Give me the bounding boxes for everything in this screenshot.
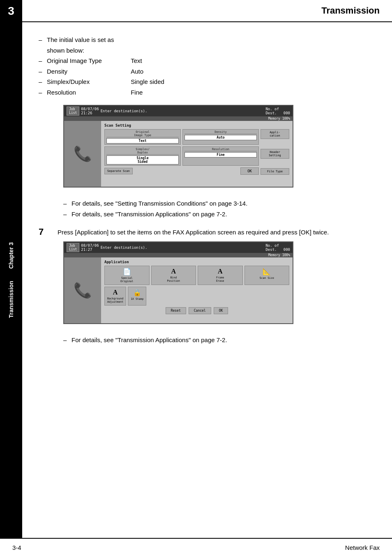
fax-main-1: 📞 Scan Setting OriginalImage Type Text: [64, 121, 293, 187]
density-header: Density: [184, 130, 257, 134]
orig-header: OriginalImage Type: [106, 130, 179, 137]
frame-erase-label: FrameErase: [216, 276, 224, 283]
side-tab-chapter: Chapter 3: [8, 242, 14, 269]
fax-header-1: JobList 08/07/0621:26 Enter destination(…: [64, 106, 293, 116]
app-bind-position[interactable]: A BindPosition: [151, 266, 196, 285]
job-list-btn-1[interactable]: JobList: [67, 107, 79, 116]
fax-header-left-1: JobList 08/07/0621:26 Enter destination(…: [67, 107, 147, 116]
main-content: The initial value is set as shown below:…: [22, 22, 392, 538]
app-grid-row1: 📄 SpecialOriginal A BindPosition A Frame…: [104, 266, 289, 285]
label-simplex-duplex: Simplex/Duplex: [47, 76, 129, 87]
fax-header-right-2: No. ofDest. 000: [265, 243, 290, 252]
step-7-text: Press [Application] to set the items on …: [58, 227, 329, 237]
label-resolution: Resolution: [47, 87, 129, 98]
fax-screenshot-2: JobList 08/07/0621:27 Enter destination(…: [63, 241, 293, 324]
value-original-image-type: Text: [131, 56, 142, 66]
scan-bottom-row-1: Separate Scan OK: [104, 167, 259, 175]
app-frame-erase[interactable]: A FrameErase: [198, 266, 243, 285]
scan-row-1: OriginalImage Type Text Density Auto: [104, 129, 259, 145]
value-density: Auto: [131, 66, 143, 77]
footer-section-name: Network Fax: [345, 544, 380, 551]
scan-cell-orig: OriginalImage Type Text: [104, 129, 181, 145]
cancel-btn[interactable]: Cancel: [189, 307, 211, 314]
special-original-label: SpecialOriginal: [120, 276, 133, 283]
1x-stamp-label: 1X Stamp: [131, 297, 143, 301]
scan-size-icon: 📐: [247, 268, 288, 276]
fax-memory-1: Memory 100%: [64, 116, 293, 121]
value-simplex-duplex: Single sided: [131, 76, 164, 87]
bind-position-label: BindPosition: [167, 276, 180, 283]
footer-page-number: 3-4: [12, 544, 21, 551]
enter-dest-2: Enter destination(s).: [101, 246, 148, 250]
app-action-row: Reset Cancel OK: [104, 307, 289, 314]
no-of-dest-2: No. ofDest. 000: [265, 243, 290, 252]
header-setting-btn[interactable]: HeaderSetting: [261, 149, 289, 159]
page-footer: 3-4 Network Fax: [0, 538, 392, 556]
note-1-2: For details, see "Transmission Applicati…: [63, 209, 376, 220]
simplex-value[interactable]: SingleSided: [106, 155, 179, 164]
frame-erase-icon: A: [200, 268, 241, 275]
scan-main-area-1: OriginalImage Type Text Density Auto: [104, 129, 259, 175]
application-btn[interactable]: Appli-cation: [261, 129, 289, 139]
scan-cell-density: Density Auto: [182, 129, 259, 145]
phone-icon-2: 📞: [74, 282, 92, 299]
fax-right-panel-2: Application 📄 SpecialOriginal A BindPosi…: [101, 257, 293, 323]
fax-header-2: JobList 08/07/0621:27 Enter destination(…: [64, 242, 293, 253]
side-tab: Chapter 3 Transmission: [0, 22, 22, 538]
fax-header-left-2: JobList 08/07/0621:27 Enter destination(…: [67, 243, 147, 252]
scan-cell-resolution: Resolution Fine: [182, 146, 259, 166]
density-value[interactable]: Auto: [184, 135, 257, 140]
orig-value[interactable]: Text: [106, 138, 179, 144]
page-number: 3: [0, 0, 22, 22]
intro-title: The initial value is set as shown below:: [47, 35, 129, 56]
fax-date-1: 08/07/0621:26: [81, 107, 99, 115]
file-type-btn[interactable]: File Type: [261, 168, 289, 175]
scan-side-area-1: Appli-cation HeaderSetting File Type: [261, 129, 289, 175]
job-list-btn-2[interactable]: JobList: [67, 243, 79, 252]
fax-main-2: 📞 Application 📄 SpecialOriginal A BindPo…: [64, 257, 293, 323]
label-density: Density: [47, 66, 129, 77]
1x-stamp-icon: 🔒: [131, 289, 143, 297]
app-scan-size[interactable]: 📐 Scan Size: [244, 266, 290, 285]
app-title: Application: [104, 260, 289, 264]
ok-btn-2[interactable]: OK: [214, 307, 228, 314]
fax-phone-panel-1: 📞: [64, 121, 101, 187]
resolution-value[interactable]: Fine: [184, 152, 257, 158]
simplex-header: Simplex/Duplex: [106, 148, 179, 155]
intro-bullet-list: The initial value is set as shown below:…: [39, 35, 376, 97]
phone-icon-1: 📞: [74, 145, 92, 162]
app-background-adjustment[interactable]: A BackgroundAdjustment: [104, 287, 126, 306]
scan-setting-title-1: Scan Setting: [104, 123, 289, 127]
fax-memory-2: Memory 100%: [64, 253, 293, 257]
no-of-dest-1: No. ofDest. 000: [265, 107, 290, 115]
header-title: Transmission: [321, 5, 380, 16]
notes-2: For details, see "Transmission Applicati…: [63, 335, 376, 345]
app-grid-row2: A BackgroundAdjustment 🔒 1X Stamp: [104, 287, 289, 306]
separate-scan-btn[interactable]: Separate Scan: [104, 168, 133, 174]
scan-content-row-1: OriginalImage Type Text Density Auto: [104, 129, 289, 175]
resolution-header: Resolution: [184, 148, 257, 151]
fax-phone-panel-2: 📞: [64, 257, 101, 323]
step-7-row: 7 Press [Application] to set the items o…: [39, 227, 376, 237]
fax-header-right-1: No. ofDest. 000: [265, 107, 290, 115]
side-tab-section: Transmission: [8, 281, 14, 318]
reset-btn[interactable]: Reset: [166, 307, 186, 314]
bind-position-icon: A: [153, 268, 194, 275]
enter-dest-1: Enter destination(s).: [101, 109, 148, 113]
app-special-original[interactable]: 📄 SpecialOriginal: [104, 266, 150, 285]
fax-screenshot-1: JobList 08/07/0621:26 Enter destination(…: [63, 105, 293, 188]
app-1x-stamp[interactable]: 🔒 1X Stamp: [128, 287, 146, 306]
note-1-1: For details, see "Setting Transmission C…: [63, 198, 376, 209]
scan-row-2: Simplex/Duplex SingleSided Resolution Fi…: [104, 146, 259, 166]
notes-1: For details, see "Setting Transmission C…: [63, 198, 376, 219]
scan-cell-simplex: Simplex/Duplex SingleSided: [104, 146, 181, 166]
ok-btn-1[interactable]: OK: [240, 167, 259, 175]
scan-size-label: Scan Size: [260, 276, 274, 280]
fax-right-panel-1: Scan Setting OriginalImage Type Text Den…: [101, 121, 293, 187]
label-original-image-type: Original Image Type: [47, 56, 129, 66]
special-original-icon: 📄: [106, 268, 148, 276]
page-header: Transmission: [22, 0, 392, 22]
fax-date-2: 08/07/0621:27: [81, 243, 99, 252]
background-adjustment-label: BackgroundAdjustment: [107, 297, 123, 303]
step-7-number: 7: [39, 227, 51, 237]
